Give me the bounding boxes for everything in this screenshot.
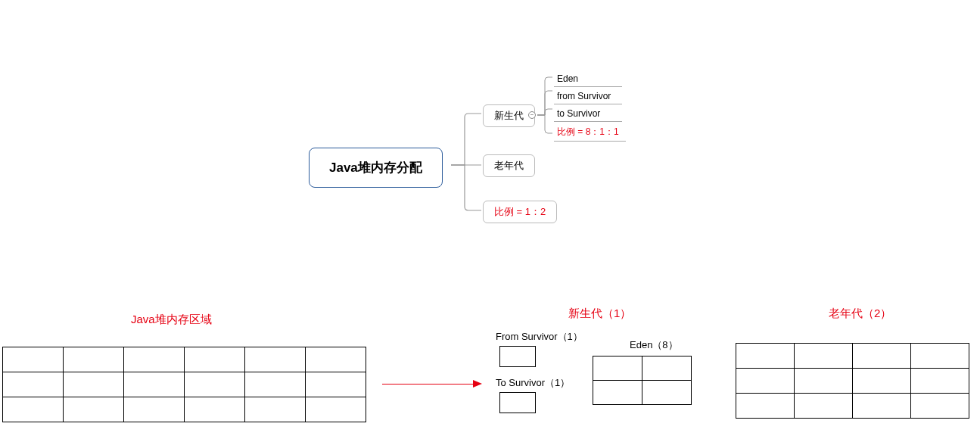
leaf-ratio-8-1-1: 比例 = 8：1：1 <box>554 123 626 142</box>
title-old-gen: 老年代（2） <box>829 307 891 321</box>
toggle-young[interactable]: − <box>528 111 536 119</box>
eden-grid <box>593 356 692 405</box>
mindmap-root: Java堆内存分配 <box>309 148 443 188</box>
leaf-eden: Eden <box>554 71 622 87</box>
mindmap-ratio-1-2: 比例 = 1：2 <box>483 201 557 223</box>
title-young-gen: 新生代（1） <box>568 307 631 321</box>
mindmap-young: 新生代 <box>483 104 535 127</box>
old-gen-grid <box>736 343 969 419</box>
title-heap-region: Java堆内存区域 <box>131 313 212 327</box>
leaf-to-survivor: to Survivor <box>554 106 622 122</box>
arrow-line <box>382 384 475 385</box>
mindmap-old: 老年代 <box>483 154 535 177</box>
label-eden: Eden（8） <box>630 338 678 352</box>
leaf-from-survivor: from Survivor <box>554 89 622 104</box>
label-from-survivor: From Survivor（1） <box>496 330 583 344</box>
box-to-survivor <box>499 392 536 413</box>
box-from-survivor <box>499 346 536 367</box>
label-to-survivor: To Survivor（1） <box>496 376 570 390</box>
arrow-head-icon <box>473 380 482 388</box>
heap-grid <box>2 347 366 422</box>
